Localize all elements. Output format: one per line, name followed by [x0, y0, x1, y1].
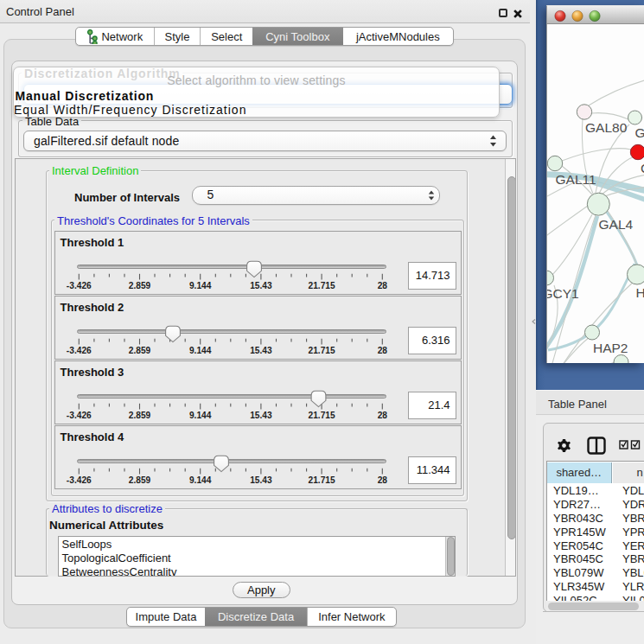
svg-text:9.144: 9.144 [189, 411, 212, 420]
svg-text:21.715: 21.715 [309, 475, 335, 485]
svg-text:2.859: 2.859 [129, 346, 151, 355]
svg-text:2.859: 2.859 [129, 281, 151, 290]
svg-text:HAP2: HAP2 [593, 341, 628, 355]
svg-text:HI: HI [636, 285, 644, 300]
svg-text:15.43: 15.43 [250, 411, 272, 420]
svg-text:GAL80: GAL80 [585, 120, 628, 135]
svg-text:-3.426: -3.426 [67, 346, 92, 355]
svg-text:9.144: 9.144 [189, 346, 212, 355]
svg-text:28: 28 [378, 281, 388, 290]
svg-text:9.144: 9.144 [189, 475, 212, 485]
svg-text:21.715: 21.715 [309, 281, 335, 290]
svg-text:9.144: 9.144 [189, 281, 212, 290]
svg-text:GCY1: GCY1 [547, 286, 579, 301]
svg-text:-3.426: -3.426 [67, 475, 92, 485]
svg-text:28: 28 [378, 475, 388, 485]
svg-text:GA: GA [635, 125, 644, 140]
svg-text:28: 28 [378, 411, 388, 420]
svg-text:2.859: 2.859 [129, 411, 151, 420]
svg-text:15.43: 15.43 [250, 475, 272, 485]
svg-text:21.715: 21.715 [309, 346, 335, 355]
svg-text:28: 28 [378, 346, 388, 355]
svg-text:-3.426: -3.426 [67, 411, 92, 420]
svg-text:GAL11: GAL11 [556, 172, 596, 187]
svg-text:CR: CR [641, 161, 644, 175]
svg-text:2.859: 2.859 [129, 475, 151, 485]
svg-text:15.43: 15.43 [250, 346, 272, 355]
svg-text:15.43: 15.43 [250, 281, 272, 290]
svg-text:21.715: 21.715 [309, 411, 335, 420]
svg-text:-3.426: -3.426 [67, 281, 92, 290]
svg-text:GAL4: GAL4 [599, 217, 634, 232]
